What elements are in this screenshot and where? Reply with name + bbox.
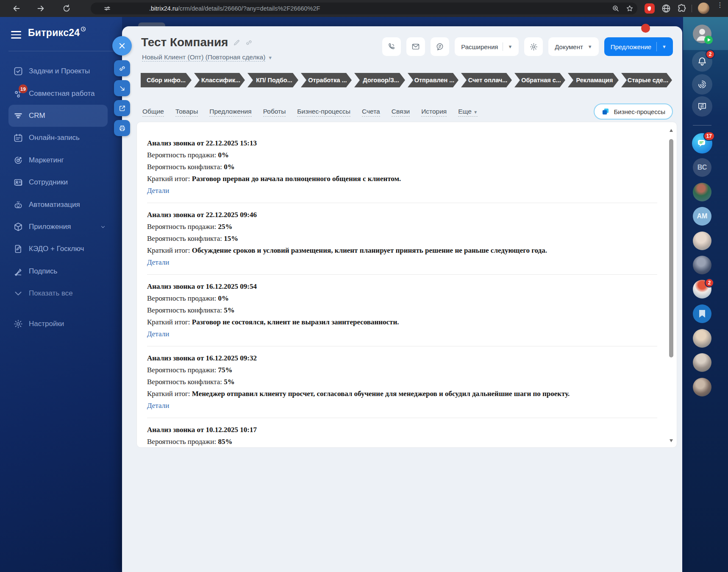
- copilot-button[interactable]: [692, 74, 712, 95]
- sidebar-item-employees[interactable]: Сотрудники: [0, 171, 122, 193]
- chevron-down-icon: [13, 288, 23, 299]
- chat-avatar-photo[interactable]: [693, 256, 711, 274]
- tab-history[interactable]: История: [421, 108, 447, 117]
- browser-reload-icon[interactable]: [62, 4, 71, 13]
- details-link[interactable]: Детали: [147, 330, 169, 338]
- page-title: Тест Компания: [141, 36, 228, 49]
- sidebar-item-automation[interactable]: Автоматизация: [0, 193, 122, 215]
- sidebar-item-apps[interactable]: Приложения: [0, 216, 122, 238]
- zoom-page-icon[interactable]: [612, 5, 620, 12]
- chat-avatar-photo[interactable]: [693, 183, 711, 201]
- tab-more[interactable]: Еще ▼: [458, 108, 478, 117]
- chat-avatar-photo[interactable]: [693, 353, 711, 372]
- sidebar-item-crm[interactable]: CRM: [8, 105, 108, 127]
- saved-messages-button[interactable]: [693, 304, 711, 323]
- openlines-chat-button[interactable]: [692, 96, 712, 117]
- details-link[interactable]: Детали: [147, 258, 169, 266]
- summary-label: Краткий итог:: [147, 318, 190, 326]
- extensions-button[interactable]: Расширения ▼: [455, 37, 519, 56]
- chat-avatar-photo[interactable]: [693, 329, 711, 348]
- scrollbar-thumb[interactable]: [669, 139, 673, 357]
- card-scrollbar[interactable]: [669, 127, 674, 444]
- edit-title-icon[interactable]: [233, 39, 240, 46]
- open-new-window-button[interactable]: [114, 100, 130, 116]
- chat-avatar-photo[interactable]: 2: [693, 280, 711, 299]
- tab-robots[interactable]: Роботы: [263, 108, 286, 117]
- conflict-label: Вероятность конфликта:: [147, 306, 222, 314]
- chevron-down-icon: ▼: [508, 44, 512, 49]
- address-bar[interactable]: .bitrix24.ru/crm/deal/details/26660/?any…: [91, 3, 637, 14]
- chevron-down-icon: ▼: [588, 44, 592, 49]
- details-link[interactable]: Детали: [147, 402, 169, 410]
- stage-chip[interactable]: Обратная с...: [514, 73, 565, 87]
- tab-business-processes[interactable]: Бизнес-процессы: [297, 108, 350, 117]
- document-button[interactable]: Документ ▼: [548, 37, 598, 56]
- call-analysis-entry: Анализ звонка от 16.12.2025 09:32 Вероят…: [147, 352, 657, 412]
- messenger-badge: 17: [703, 131, 715, 141]
- chat-avatar-photo[interactable]: [693, 378, 711, 396]
- stage-chip[interactable]: Договор/З...: [354, 73, 405, 87]
- browser-menu-icon[interactable]: ⋮: [717, 3, 722, 7]
- bitrix24-logo[interactable]: Битрикс24: [28, 27, 86, 39]
- tab-quotes[interactable]: Предложения: [209, 108, 251, 117]
- sidebar-item-online-booking[interactable]: Онлайн-запись: [0, 127, 122, 149]
- stage-chip[interactable]: КП/ Подбо...: [247, 73, 298, 87]
- page-url: .bitrix24.ru/crm/deal/details/26660/?any…: [149, 5, 320, 12]
- sidebar-settings[interactable]: Настройки: [0, 313, 122, 335]
- sidebar-item-sign[interactable]: Подпись: [0, 260, 122, 282]
- tab-relations[interactable]: Связи: [392, 108, 410, 117]
- scroll-down-arrow[interactable]: [670, 439, 673, 442]
- tab-products[interactable]: Товары: [175, 108, 198, 117]
- chat-avatar-vs[interactable]: ВС: [693, 158, 711, 177]
- tab-invoices[interactable]: Счета: [362, 108, 380, 117]
- close-slider-button[interactable]: [112, 36, 132, 56]
- sidebar-item-collaboration[interactable]: 19 Совместная работа: [0, 82, 122, 104]
- deal-category-selector[interactable]: Новый Клиент (Опт) (Повторная сделка)▼: [142, 53, 272, 61]
- sidebar-show-all[interactable]: Показать все: [0, 282, 122, 304]
- stage-chip[interactable]: Сбор инфо...: [141, 73, 192, 87]
- stage-chip[interactable]: Старые сде...: [621, 73, 672, 87]
- extensions-puzzle-icon[interactable]: [677, 3, 687, 14]
- call-button[interactable]: [382, 37, 401, 56]
- status-play-badge: [704, 36, 713, 44]
- stage-chip[interactable]: Рекламация: [568, 73, 619, 87]
- bookmark-star-icon[interactable]: [626, 5, 634, 12]
- stage-chip[interactable]: Счет оплач...: [461, 73, 512, 87]
- browser-back-icon[interactable]: [12, 4, 21, 13]
- open-chat-button[interactable]: [431, 37, 449, 56]
- copy-deal-link-icon[interactable]: [245, 39, 253, 46]
- business-processes-button[interactable]: Бизнес-процессы: [594, 103, 673, 120]
- site-info-icon[interactable]: [103, 5, 111, 12]
- adblock-extension-icon[interactable]: [645, 3, 655, 14]
- profile-avatar[interactable]: [693, 25, 711, 43]
- sidebar-item-kedo[interactable]: КЭДО + Госключ: [0, 238, 122, 260]
- chevron-down-icon: [100, 224, 106, 230]
- stage-chip[interactable]: Отработка ...: [301, 73, 352, 87]
- chat-avatar-photo[interactable]: [693, 232, 711, 250]
- menu-burger-icon[interactable]: [11, 31, 21, 39]
- scroll-up-arrow[interactable]: [670, 129, 673, 132]
- stage-chip[interactable]: Отправлен ...: [408, 73, 458, 87]
- sidebar-item-marketing[interactable]: Маркетинг: [0, 149, 122, 171]
- stage-chip[interactable]: Классифик...: [194, 73, 245, 87]
- robot-icon: [13, 200, 23, 210]
- calendar-icon: [13, 133, 23, 143]
- print-button[interactable]: [114, 120, 130, 136]
- offer-button[interactable]: Предложение ▼: [604, 37, 673, 56]
- tab-general[interactable]: Общие: [142, 108, 164, 117]
- notifications-bell-button[interactable]: 2: [692, 51, 712, 72]
- collapse-button[interactable]: [114, 80, 130, 96]
- email-button[interactable]: [406, 37, 425, 56]
- details-link[interactable]: Детали: [147, 187, 169, 195]
- sale-label: Вероятность продажи:: [147, 366, 216, 374]
- browser-profile-avatar[interactable]: [698, 3, 709, 14]
- sidebar-item-label: Сотрудники: [29, 178, 68, 187]
- copy-link-button[interactable]: [114, 60, 130, 76]
- globe-extension-icon[interactable]: [661, 3, 671, 14]
- settings-button[interactable]: [524, 37, 543, 56]
- sidebar-item-tasks[interactable]: Задачи и Проекты: [0, 60, 122, 82]
- chat-avatar-am[interactable]: AM: [693, 207, 711, 226]
- conflict-label: Вероятность конфликта:: [147, 378, 222, 386]
- browser-forward-icon[interactable]: [36, 4, 45, 13]
- messenger-button[interactable]: 17: [692, 133, 712, 153]
